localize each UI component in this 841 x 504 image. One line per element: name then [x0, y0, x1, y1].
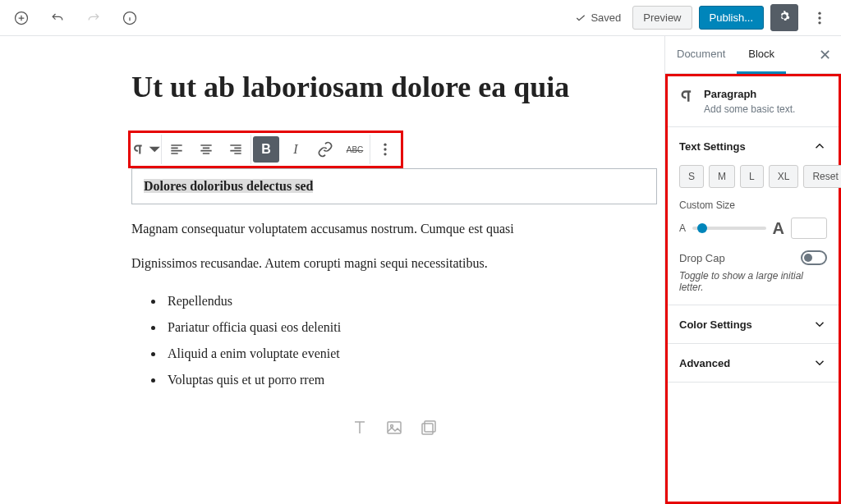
- insert-text-icon[interactable]: [350, 418, 370, 438]
- chevron-down-icon: [812, 355, 827, 370]
- topbar-left: [7, 3, 145, 33]
- svg-rect-11: [422, 424, 433, 434]
- sidebar-highlight: Paragraph Add some basic text. Text Sett…: [665, 74, 841, 504]
- saved-status: Saved: [569, 11, 626, 25]
- color-settings-toggle[interactable]: Color Settings: [668, 305, 839, 343]
- dropcap-hint: Toggle to show a large initial letter.: [679, 270, 827, 293]
- align-right-button[interactable]: [221, 135, 250, 164]
- list-item[interactable]: Repellendus: [164, 288, 657, 314]
- custom-size-label: Custom Size: [679, 199, 827, 211]
- block-name: Paragraph: [704, 88, 795, 100]
- dropcap-toggle[interactable]: [801, 250, 827, 265]
- add-block-button[interactable]: [7, 3, 36, 33]
- undo-button[interactable]: [43, 3, 72, 33]
- svg-point-4: [818, 21, 820, 24]
- selected-paragraph-block[interactable]: Dolores doloribus delectus sed: [131, 168, 657, 204]
- list-item[interactable]: Voluptas quis et ut porro rrem: [164, 367, 657, 393]
- post-title[interactable]: Ut ut ab laboriosam dolore ea quia: [131, 69, 657, 106]
- text-settings-toggle[interactable]: Text Settings: [668, 127, 839, 165]
- slider-thumb[interactable]: [697, 223, 707, 233]
- insert-image-icon[interactable]: [384, 418, 404, 438]
- dropcap-row: Drop Cap: [679, 250, 827, 265]
- svg-rect-10: [425, 421, 435, 432]
- advanced-toggle[interactable]: Advanced: [668, 344, 839, 382]
- size-l-button[interactable]: L: [740, 165, 764, 188]
- block-more-button[interactable]: [370, 135, 399, 164]
- insert-gallery-icon[interactable]: [419, 418, 439, 438]
- font-size-slider[interactable]: [692, 227, 766, 230]
- align-center-button[interactable]: [191, 135, 221, 164]
- selected-text: Dolores doloribus delectus sed: [144, 179, 313, 193]
- preview-button[interactable]: Preview: [632, 6, 692, 30]
- inserter-row: [131, 418, 657, 438]
- font-size-input[interactable]: [791, 218, 827, 239]
- publish-button[interactable]: Publish...: [699, 6, 764, 30]
- block-panel-header: Paragraph Add some basic text.: [668, 76, 839, 127]
- link-button[interactable]: [310, 135, 340, 164]
- italic-button[interactable]: I: [281, 135, 310, 164]
- settings-sidebar: Document Block ✕ Paragraph Add some basi…: [664, 36, 841, 504]
- svg-point-3: [818, 16, 820, 19]
- svg-point-7: [384, 153, 386, 155]
- small-a-label: A: [679, 222, 686, 234]
- topbar-right: Saved Preview Publish...: [569, 3, 834, 33]
- align-left-button[interactable]: [162, 135, 191, 164]
- block-toolbar-highlight: B I ABC: [128, 131, 403, 168]
- block-type-button[interactable]: [132, 135, 162, 164]
- block-description: Add some basic text.: [704, 103, 795, 115]
- sidebar-tabs: Document Block ✕: [665, 36, 841, 74]
- color-settings-section: Color Settings: [668, 305, 839, 344]
- settings-button[interactable]: [770, 4, 798, 31]
- size-xl-button[interactable]: XL: [769, 165, 799, 188]
- list-item[interactable]: Aliquid a enim voluptate eveniet: [164, 341, 657, 367]
- font-size-presets: S M L XL Reset: [679, 165, 827, 188]
- block-toolbar: B I ABC: [132, 135, 399, 164]
- bold-button[interactable]: B: [253, 136, 279, 163]
- svg-point-5: [384, 144, 386, 146]
- svg-point-2: [818, 11, 820, 14]
- size-m-button[interactable]: M: [709, 165, 735, 188]
- tab-block[interactable]: Block: [737, 36, 786, 74]
- size-reset-button[interactable]: Reset: [803, 165, 841, 188]
- paragraph-block[interactable]: Magnam consequatur voluptatem accusamus …: [131, 219, 657, 239]
- advanced-section: Advanced: [668, 344, 839, 383]
- chevron-up-icon: [812, 139, 827, 153]
- svg-rect-8: [388, 422, 401, 433]
- redo-button[interactable]: [79, 3, 108, 33]
- more-menu-button[interactable]: [805, 3, 834, 33]
- svg-point-6: [384, 148, 386, 150]
- topbar: Saved Preview Publish...: [0, 0, 841, 36]
- paragraph-icon: [679, 88, 696, 104]
- tab-document[interactable]: Document: [665, 36, 737, 74]
- dropcap-label: Drop Cap: [679, 252, 725, 264]
- editor-canvas[interactable]: Ut ut ab laboriosam dolore ea quia B I: [0, 36, 664, 504]
- chevron-down-icon: [812, 317, 827, 332]
- strikethrough-button[interactable]: ABC: [340, 135, 370, 164]
- text-settings-title: Text Settings: [679, 140, 746, 153]
- align-group: [162, 135, 251, 164]
- text-settings-section: Text Settings S M L XL Reset Custom Size…: [668, 127, 839, 305]
- custom-size-row: A A: [679, 218, 827, 239]
- color-settings-title: Color Settings: [679, 318, 752, 331]
- list-item[interactable]: Pariatur officia quasi eos deleniti: [164, 314, 657, 341]
- toggle-knob: [804, 254, 812, 262]
- advanced-title: Advanced: [679, 357, 730, 369]
- close-sidebar-button[interactable]: ✕: [814, 46, 836, 64]
- info-button[interactable]: [115, 3, 145, 33]
- big-a-label: A: [773, 219, 784, 238]
- saved-label: Saved: [591, 11, 621, 24]
- list-block[interactable]: Repellendus Pariatur officia quasi eos d…: [164, 288, 657, 393]
- paragraph-block[interactable]: Dignissimos recusandae. Autem corupti ma…: [131, 254, 657, 273]
- size-s-button[interactable]: S: [679, 165, 704, 188]
